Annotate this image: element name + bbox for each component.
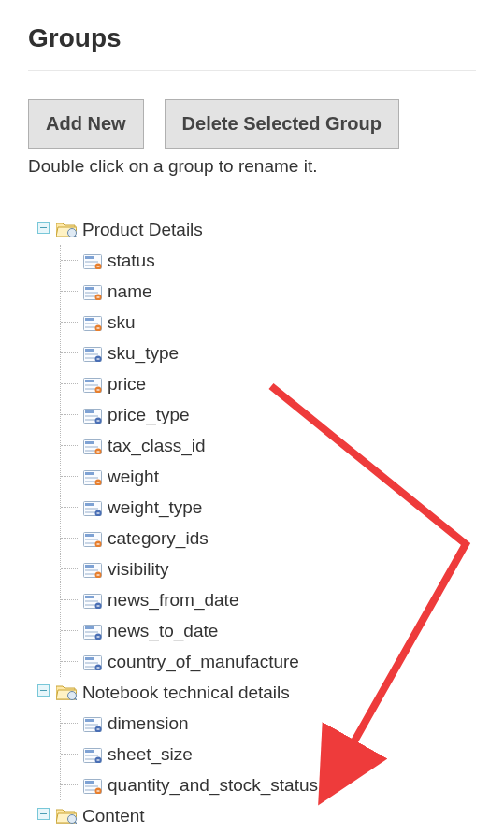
svg-rect-83	[85, 666, 96, 668]
svg-rect-15	[85, 318, 94, 321]
svg-rect-55	[97, 512, 100, 513]
group-node[interactable]: Content	[39, 800, 476, 831]
svg-rect-29	[85, 388, 96, 390]
attribute-icon	[83, 469, 102, 484]
svg-rect-91	[85, 727, 96, 729]
svg-rect-19	[97, 327, 100, 328]
group-node[interactable]: Product Details	[39, 214, 476, 245]
svg-rect-16	[85, 323, 98, 324]
attribute-icon	[83, 346, 102, 361]
attribute-icon	[83, 716, 102, 731]
svg-rect-10	[85, 292, 98, 294]
svg-rect-9	[85, 287, 94, 290]
attribute-icon	[83, 562, 102, 577]
svg-rect-103	[85, 789, 96, 791]
svg-rect-59	[85, 542, 96, 544]
svg-rect-37	[97, 420, 100, 421]
groups-tree: Product Details status name sku sku_type	[39, 214, 476, 831]
svg-rect-35	[85, 419, 96, 421]
svg-rect-105	[97, 790, 100, 791]
svg-rect-95	[85, 750, 94, 753]
svg-rect-69	[85, 596, 94, 598]
attribute-node[interactable]: news_from_date	[61, 584, 476, 615]
attribute-node[interactable]: visibility	[61, 554, 476, 584]
attribute-label: status	[108, 251, 155, 271]
svg-rect-28	[85, 384, 98, 386]
attribute-icon	[83, 624, 102, 639]
page-title: Groups	[28, 23, 476, 71]
svg-rect-58	[85, 539, 98, 540]
attribute-label: quantity_and_stock_status	[108, 775, 318, 796]
attribute-node[interactable]: dimension	[61, 708, 476, 739]
svg-rect-77	[85, 635, 96, 637]
attribute-node[interactable]: quantity_and_stock_status	[61, 769, 476, 800]
group-label: Content	[82, 806, 145, 827]
svg-rect-70	[85, 600, 98, 602]
svg-rect-49	[97, 482, 100, 482]
svg-rect-63	[85, 565, 94, 568]
toolbar: Add New Delete Selected Group	[28, 99, 476, 149]
attribute-icon	[83, 747, 102, 762]
svg-rect-46	[85, 477, 98, 479]
collapse-icon[interactable]	[37, 808, 50, 820]
attribute-node[interactable]: price_type	[61, 399, 476, 430]
attribute-label: weight_type	[108, 497, 202, 518]
attribute-node[interactable]: weight_type	[61, 492, 476, 523]
attribute-icon	[83, 500, 102, 515]
rename-instruction: Double click on a group to rename it.	[28, 156, 476, 177]
svg-rect-79	[97, 636, 100, 637]
attribute-icon	[83, 377, 102, 392]
attribute-node[interactable]: sheet_size	[61, 739, 476, 769]
collapse-icon[interactable]	[37, 684, 50, 697]
svg-rect-3	[85, 256, 94, 259]
attribute-node[interactable]: sku_type	[61, 338, 476, 368]
folder-icon	[56, 684, 77, 700]
attribute-icon	[83, 778, 102, 793]
attribute-label: sku_type	[108, 343, 179, 364]
attribute-icon	[83, 315, 102, 330]
attribute-node[interactable]: status	[61, 245, 476, 276]
attribute-node[interactable]: price	[61, 368, 476, 399]
svg-rect-89	[85, 719, 94, 722]
svg-rect-53	[85, 511, 96, 513]
attribute-label: news_to_date	[108, 621, 218, 641]
svg-rect-4	[85, 261, 98, 263]
svg-rect-51	[85, 503, 94, 506]
svg-rect-101	[85, 781, 94, 784]
svg-rect-76	[85, 631, 98, 633]
attribute-label: category_ids	[108, 528, 209, 549]
attribute-node[interactable]: category_ids	[61, 523, 476, 554]
attribute-icon	[83, 531, 102, 546]
svg-rect-23	[85, 357, 96, 359]
svg-rect-82	[85, 662, 98, 664]
folder-icon	[56, 222, 77, 237]
collapse-icon[interactable]	[37, 222, 50, 234]
attribute-node[interactable]: weight	[61, 461, 476, 492]
svg-rect-57	[85, 534, 94, 537]
attribute-node[interactable]: tax_class_id	[61, 430, 476, 461]
svg-line-87	[75, 698, 77, 700]
attribute-node[interactable]: country_of_manufacture	[61, 646, 476, 677]
delete-selected-group-button[interactable]: Delete Selected Group	[165, 99, 399, 149]
add-new-button[interactable]: Add New	[28, 99, 144, 149]
attribute-node[interactable]: name	[61, 276, 476, 307]
attribute-label: price_type	[108, 405, 190, 425]
svg-rect-75	[85, 626, 94, 629]
svg-rect-65	[85, 573, 96, 575]
group-label: Product Details	[82, 220, 203, 240]
attribute-label: price	[108, 374, 146, 395]
svg-rect-96	[85, 755, 98, 756]
svg-rect-61	[97, 543, 100, 544]
attribute-label: sku	[108, 312, 136, 333]
attribute-node[interactable]: sku	[61, 307, 476, 338]
attribute-label: visibility	[108, 559, 168, 580]
svg-line-107	[75, 822, 77, 824]
folder-icon	[56, 808, 77, 824]
group-node[interactable]: Notebook technical details	[39, 677, 476, 708]
svg-rect-93	[97, 728, 100, 729]
svg-rect-71	[85, 604, 96, 606]
attribute-icon	[83, 654, 102, 669]
attribute-node[interactable]: news_to_date	[61, 615, 476, 646]
svg-rect-17	[85, 326, 96, 328]
svg-rect-81	[85, 657, 94, 660]
